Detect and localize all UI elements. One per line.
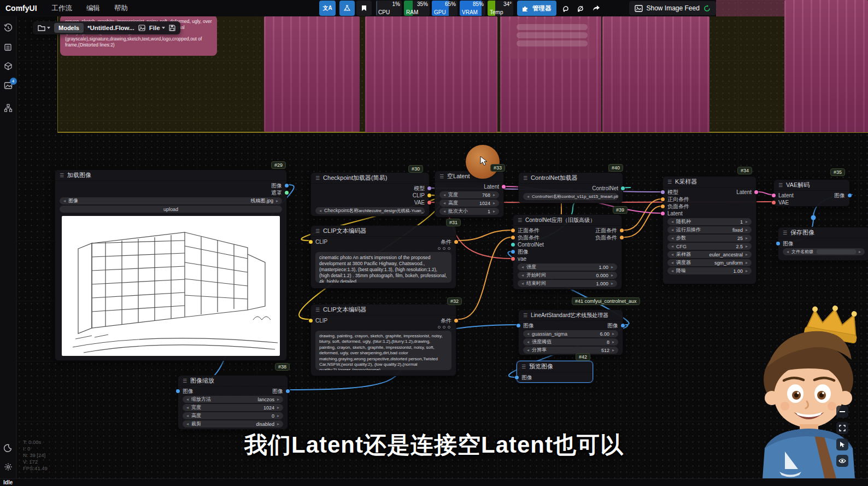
feed-image[interactable]	[264, 16, 360, 132]
port-latent-out[interactable]	[754, 190, 758, 194]
minimize-icon[interactable]	[836, 406, 848, 418]
app-logo[interactable]: ComfyUI	[5, 4, 37, 13]
menu-workflow[interactable]: 工作流	[52, 4, 73, 13]
port-model[interactable]	[427, 186, 431, 190]
share-icon[interactable]	[590, 1, 603, 16]
port-latent-in[interactable]	[661, 212, 665, 215]
resolution-widget[interactable]: 分辨率512	[523, 347, 618, 354]
node-ksampler[interactable]: K采样器 模型 Latent 正向条件 负面条件 Latent 随机种1 运行后…	[662, 176, 756, 284]
port-positive[interactable]	[661, 197, 665, 201]
menu-help[interactable]: 帮助	[114, 4, 128, 13]
bell-slash-icon[interactable]	[574, 1, 587, 16]
show-image-feed-button[interactable]: Show Image Feed	[629, 1, 716, 15]
node-title[interactable]: ControlNet应用（旧版高级）	[513, 215, 621, 226]
height-widget[interactable]: 高度1024	[439, 200, 499, 207]
port-image-in[interactable]	[517, 324, 520, 327]
port-image[interactable]	[285, 184, 289, 188]
theme-toggle-icon[interactable]	[3, 443, 13, 453]
node-title[interactable]: CLIP文本编码器	[311, 305, 456, 315]
feed-image[interactable]	[602, 16, 709, 132]
node-title[interactable]: 加载图像	[55, 170, 286, 181]
image-selector[interactable]: 图像线稿图.jpg	[60, 197, 282, 204]
node-title[interactable]: CLIP文本编码器	[311, 226, 456, 237]
end-widget[interactable]: 结束时间1.000	[518, 280, 617, 287]
menu-edit[interactable]: 编辑	[86, 4, 100, 13]
port-vae[interactable]	[427, 201, 431, 204]
negative-prompt-text[interactable]: drawing, painting, crayon, sketch, graph…	[315, 331, 451, 370]
feed-image[interactable]	[784, 0, 868, 132]
node-title[interactable]: VAE解码	[774, 180, 849, 191]
bookmark-button[interactable]	[356, 1, 372, 16]
node-clip-encode-positive[interactable]: CLIP文本编码器 CLIP 条件 cinematic photo An art…	[310, 225, 456, 289]
port-negative-out[interactable]	[620, 236, 624, 239]
queue-icon[interactable]	[3, 42, 13, 52]
port-conditioning[interactable]	[454, 240, 458, 244]
node-load-image[interactable]: 加载图像 图像 遮罩 图像线稿图.jpg upload	[55, 169, 287, 361]
port-clip[interactable]	[309, 240, 313, 244]
controlnet-selector[interactable]: ControlNet名称control_v11p_sd15_lineart.pt…	[523, 193, 618, 200]
port-positive-out[interactable]	[620, 229, 624, 232]
sampler-widget[interactable]: 采样器euler_ancestral	[667, 251, 752, 258]
port-negative[interactable]	[661, 204, 665, 208]
cfg-widget[interactable]: CFG2.5	[667, 243, 752, 250]
settings-gear-icon[interactable]	[3, 462, 13, 472]
node-title[interactable]: LineArtStandard艺术线预处理器	[519, 310, 623, 321]
translate-button[interactable]: 文A	[319, 1, 336, 16]
port-image[interactable]	[515, 376, 519, 379]
node-title[interactable]: Checkpoint加载器(简易)	[311, 173, 429, 184]
fullscreen-icon[interactable]	[836, 422, 848, 434]
folder-icon[interactable]	[38, 25, 50, 31]
file-menu[interactable]: File	[149, 25, 165, 31]
node-title[interactable]: 预览图像	[517, 361, 593, 372]
scheduler-widget[interactable]: 调度器sgm_uniform	[667, 259, 752, 266]
checkpoint-selector[interactable]: Checkpoint名称architecutre_design元线稿-Yuan_…	[315, 207, 425, 214]
port-clip[interactable]	[309, 319, 313, 323]
port-latent[interactable]	[772, 194, 776, 197]
port-controlnet[interactable]	[511, 243, 515, 247]
pointer-icon[interactable]	[836, 438, 848, 450]
eye-icon[interactable]	[836, 455, 848, 467]
upload-button[interactable]: upload	[60, 206, 282, 213]
history-icon[interactable]	[3, 23, 13, 33]
node-vae-decode[interactable]: VAE解码 Latent 图像 VAE	[773, 179, 850, 207]
port-conditioning[interactable]	[454, 319, 458, 323]
port-image-out[interactable]	[621, 324, 625, 327]
seed-widget[interactable]: 随机种1	[667, 218, 752, 225]
node-preview-image[interactable]: 预览图像 图像	[517, 361, 593, 383]
model-library-icon[interactable]	[3, 61, 13, 71]
node-clip-encode-negative[interactable]: CLIP文本编码器 CLIP 条件 drawing, painting, cra…	[310, 304, 456, 376]
batch-widget[interactable]: 批次大小1	[439, 208, 499, 215]
intensity-threshold-widget[interactable]: 强度阈值8	[523, 338, 618, 346]
node-empty-latent[interactable]: 空Latent Latent 宽度768 高度1024 批次大小1	[435, 171, 504, 218]
port-vae[interactable]	[511, 257, 515, 261]
node-checkpoint-loader[interactable]: Checkpoint加载器(简易) 模型 CLIP VAE Checkpoint…	[310, 172, 430, 216]
node-image-scale[interactable]: 图像缩放 图像 图像 缩放方法lanczos 宽度1024 高度0 裁剪disa…	[178, 375, 288, 430]
port-latent[interactable]	[502, 185, 506, 189]
port-controlnet[interactable]	[621, 186, 625, 190]
save-icon[interactable]	[169, 25, 175, 31]
node-lineart-preprocessor[interactable]: LineArtStandard艺术线预处理器 图像 图像 guassian_si…	[518, 309, 623, 355]
height-widget[interactable]: 高度0	[183, 412, 283, 419]
node-save-image[interactable]: 保存图像 图像 文件名前缀	[778, 227, 868, 261]
denoise-widget[interactable]: 降噪1.00	[667, 267, 752, 274]
port-clip[interactable]	[427, 194, 431, 197]
filename-prefix-field[interactable]	[817, 249, 856, 254]
manager-button[interactable]: 管理器	[517, 1, 556, 16]
positive-prompt-text[interactable]: cinematic photo An artist's impression o…	[315, 252, 451, 283]
image-gallery-icon[interactable]: 4	[3, 80, 13, 90]
port-image-in[interactable]	[176, 389, 180, 393]
node-title[interactable]: ControlNet加载器	[519, 173, 623, 184]
port-model[interactable]	[661, 190, 665, 194]
steps-widget[interactable]: 步数25	[667, 235, 752, 242]
width-widget[interactable]: 宽度768	[439, 191, 499, 198]
port-mask[interactable]	[285, 191, 289, 195]
port-image[interactable]	[776, 242, 780, 245]
node-tree-icon[interactable]	[3, 103, 13, 113]
width-widget[interactable]: 宽度1024	[183, 404, 283, 411]
scale-method-widget[interactable]: 缩放方法lanczos	[183, 396, 283, 403]
bell-icon[interactable]	[559, 1, 572, 16]
crop-widget[interactable]: 裁剪disabled	[183, 420, 283, 428]
clip-inline-icons[interactable]	[311, 324, 456, 330]
node-title[interactable]: 保存图像	[778, 227, 868, 238]
strength-widget[interactable]: 强度1.00	[518, 264, 617, 271]
